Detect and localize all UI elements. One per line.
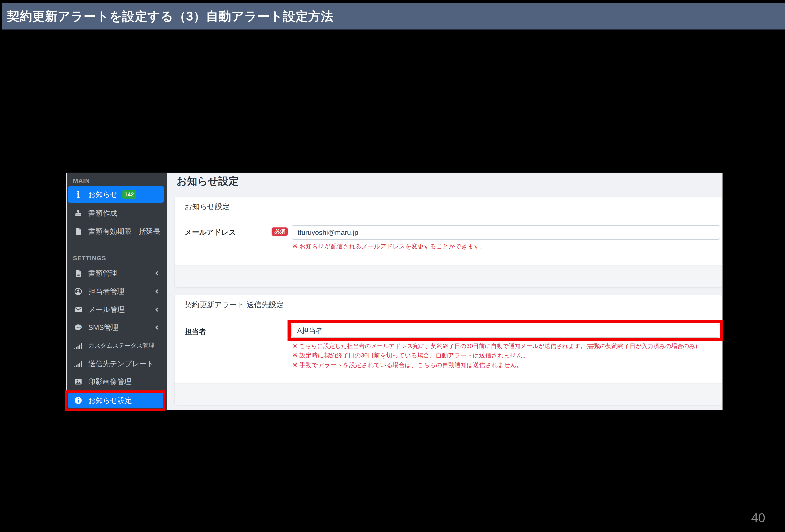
slide-title-bar: 契約更新アラートを設定する（3）自動アラート設定方法 — [2, 3, 785, 29]
required-badge: 必須 — [272, 227, 288, 236]
card-body: 担当者 ※ こちらに設定した担当者のメールアドレス宛に、契約終了日の30日前に自… — [175, 314, 721, 384]
sidebar-item-sms-kanri[interactable]: SMS SMS管理 — [68, 319, 164, 336]
stamp-icon — [73, 209, 83, 218]
card-header: 契約更新アラート 送信先設定 — [175, 295, 721, 314]
file-text-icon — [73, 269, 83, 277]
slide: 契約更新アラートを設定する（3）自動アラート設定方法 MAIN お知らせ 142… — [0, 0, 785, 532]
app-screenshot: MAIN お知らせ 142 書類作成 書類有効期限一括延長 — [67, 173, 723, 410]
user-circle-icon — [73, 287, 83, 296]
sidebar-item-label: 担当者管理 — [88, 287, 124, 297]
sidebar-item-label: お知らせ設定 — [88, 396, 132, 405]
email-input[interactable] — [292, 225, 720, 240]
chevron-left-icon — [154, 325, 160, 330]
sidebar-item-label: 書類有効期限一括延長 — [88, 227, 160, 236]
alert-note-2: ※ 設定時に契約終了日の30日前を切っている場合、自動アラートは送信されません。 — [293, 351, 529, 360]
alert-note-1: ※ こちらに設定した担当者のメールアドレス宛に、契約終了日の30日前に自動で通知… — [293, 342, 697, 350]
sidebar-item-custom-status[interactable]: カスタムステータス管理 — [68, 337, 164, 354]
sidebar-item-label: メール管理 — [88, 305, 125, 314]
svg-text:SMS: SMS — [76, 326, 81, 328]
sidebar-item-tantosha-kanri[interactable]: 担当者管理 — [68, 283, 164, 300]
info-circle-icon — [73, 396, 83, 405]
email-note: ※ お知らせが配信されるメールアドレスを変更することができます。 — [293, 242, 486, 251]
chevron-left-icon — [154, 307, 160, 312]
email-label: メールアドレス — [185, 227, 236, 237]
person-label: 担当者 — [185, 327, 206, 337]
sidebar-item-label: カスタムステータス管理 — [88, 341, 154, 350]
envelope-icon — [73, 305, 83, 314]
sidebar: MAIN お知らせ 142 書類作成 書類有効期限一括延長 — [67, 173, 167, 410]
card-alert-destination: 契約更新アラート 送信先設定 担当者 ※ こちらに設定した担当者のメールアドレス… — [174, 295, 722, 405]
chart-bars-icon — [73, 360, 83, 368]
sidebar-section-settings: SETTINGS — [73, 253, 106, 263]
sms-bubble-icon: SMS — [73, 323, 83, 332]
chevron-left-icon — [154, 271, 160, 276]
alert-note-3: ※ 手動でアラートを設定されている場合は、こちらの自動通知は送信されません。 — [293, 361, 523, 369]
sidebar-item-label: お知らせ — [88, 189, 118, 200]
file-icon — [73, 227, 83, 235]
image-icon — [73, 378, 83, 386]
sidebar-item-shorui-kanri[interactable]: 書類管理 — [68, 265, 164, 282]
sidebar-item-mail-kanri[interactable]: メール管理 — [68, 301, 164, 318]
sidebar-section-main: MAIN — [73, 176, 90, 186]
card-header: お知らせ設定 — [175, 197, 721, 216]
page-number: 40 — [751, 510, 765, 525]
sidebar-item-oshirase[interactable]: お知らせ 142 — [68, 186, 164, 203]
sidebar-item-inei-gazo[interactable]: 印影画像管理 — [68, 373, 164, 390]
slide-title: 契約更新アラートを設定する（3）自動アラート設定方法 — [7, 9, 334, 23]
page-title: お知らせ設定 — [177, 174, 239, 188]
sidebar-item-label: 送信先テンプレート — [88, 359, 154, 369]
info-icon — [73, 190, 83, 199]
card-footer — [175, 265, 721, 287]
sidebar-item-oshirase-settei[interactable]: お知らせ設定 — [68, 393, 164, 408]
sidebar-item-label: 書類作成 — [88, 208, 117, 218]
sidebar-item-soshinsaki-template[interactable]: 送信先テンプレート — [68, 355, 164, 372]
chevron-left-icon — [154, 288, 160, 294]
card-body: メールアドレス 必須 ※ お知らせが配信されるメールアドレスを変更することができ… — [175, 216, 721, 266]
card-footer — [175, 383, 721, 405]
sidebar-item-label: 書類管理 — [88, 269, 117, 278]
card-notification-settings: お知らせ設定 メールアドレス 必須 ※ お知らせが配信されるメールアドレスを変更… — [174, 197, 722, 287]
chart-bars-icon — [73, 341, 83, 350]
sidebar-item-label: 印影画像管理 — [88, 377, 131, 387]
person-input[interactable] — [292, 324, 719, 338]
sidebar-item-ikkatsu-encho[interactable]: 書類有効期限一括延長 — [68, 223, 164, 240]
sidebar-item-shorui-sakusei[interactable]: 書類作成 — [68, 205, 164, 222]
main-content: お知らせ設定 お知らせ設定 メールアドレス 必須 ※ お知らせが配信されるメール… — [167, 173, 723, 410]
notification-count-badge: 142 — [122, 190, 136, 199]
sidebar-item-label: SMS管理 — [88, 323, 119, 332]
